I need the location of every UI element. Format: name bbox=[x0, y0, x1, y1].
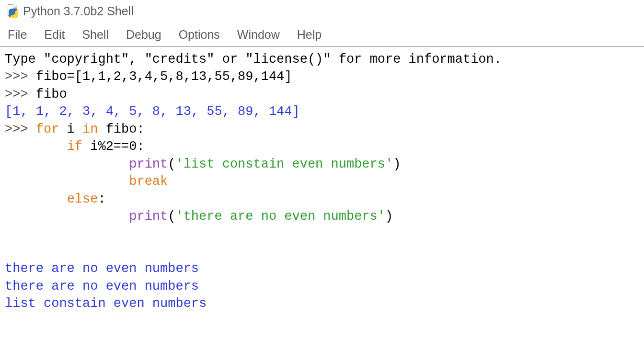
menu-window[interactable]: Window bbox=[237, 28, 280, 42]
indent bbox=[5, 139, 67, 154]
kw-if: if bbox=[67, 139, 82, 154]
indent bbox=[5, 192, 67, 206]
prompt: >>> bbox=[5, 87, 36, 102]
prompt: >>> bbox=[5, 122, 36, 136]
menu-debug[interactable]: Debug bbox=[126, 28, 161, 42]
menu-options[interactable]: Options bbox=[179, 28, 220, 42]
indent bbox=[5, 157, 129, 171]
string-literal: 'there are no even numbers' bbox=[175, 209, 385, 224]
stdout-line: list constain even numbers bbox=[5, 296, 207, 311]
shell-output-area[interactable]: Type "copyright", "credits" or "license(… bbox=[0, 47, 644, 317]
for-tail: fibo: bbox=[98, 122, 144, 136]
kw-for: for bbox=[36, 122, 59, 136]
menubar: File Edit Shell Debug Options Window Hel… bbox=[0, 20, 644, 46]
titlebar: Python 3.7.0b2 Shell bbox=[0, 0, 644, 20]
paren-open: ( bbox=[168, 209, 175, 224]
indent bbox=[5, 174, 129, 189]
stdout-line: there are no even numbers bbox=[5, 279, 199, 294]
kw-in: in bbox=[82, 122, 98, 136]
output-repr: [1, 1, 2, 3, 4, 5, 8, 13, 55, 89, 144] bbox=[5, 104, 300, 119]
for-var: i bbox=[59, 122, 82, 136]
menu-help[interactable]: Help bbox=[297, 28, 322, 42]
kw-break: break bbox=[129, 174, 168, 189]
stdout-line: there are no even numbers bbox=[5, 261, 199, 276]
code-line-2: fibo bbox=[36, 87, 67, 102]
fn-print: print bbox=[129, 157, 168, 171]
menu-edit[interactable]: Edit bbox=[44, 28, 65, 42]
indent bbox=[5, 209, 129, 224]
code-line-1: fibo=[1,1,2,3,4,5,8,13,55,89,144] bbox=[36, 69, 292, 84]
banner-text: Type "copyright", "credits" or "license(… bbox=[5, 52, 502, 67]
kw-else: else bbox=[67, 192, 98, 206]
paren-close: ) bbox=[385, 209, 393, 224]
string-literal: 'list constain even numbers' bbox=[175, 157, 393, 171]
paren-close: ) bbox=[393, 157, 401, 171]
window-title: Python 3.7.0b2 Shell bbox=[23, 4, 134, 18]
python-file-icon bbox=[7, 4, 19, 18]
menu-file[interactable]: File bbox=[8, 28, 27, 42]
fn-print: print bbox=[129, 209, 168, 224]
menu-shell[interactable]: Shell bbox=[82, 28, 109, 42]
paren-open: ( bbox=[168, 157, 175, 171]
if-cond: i%2==0: bbox=[82, 139, 145, 154]
prompt: >>> bbox=[5, 69, 36, 84]
else-colon: : bbox=[98, 192, 105, 206]
